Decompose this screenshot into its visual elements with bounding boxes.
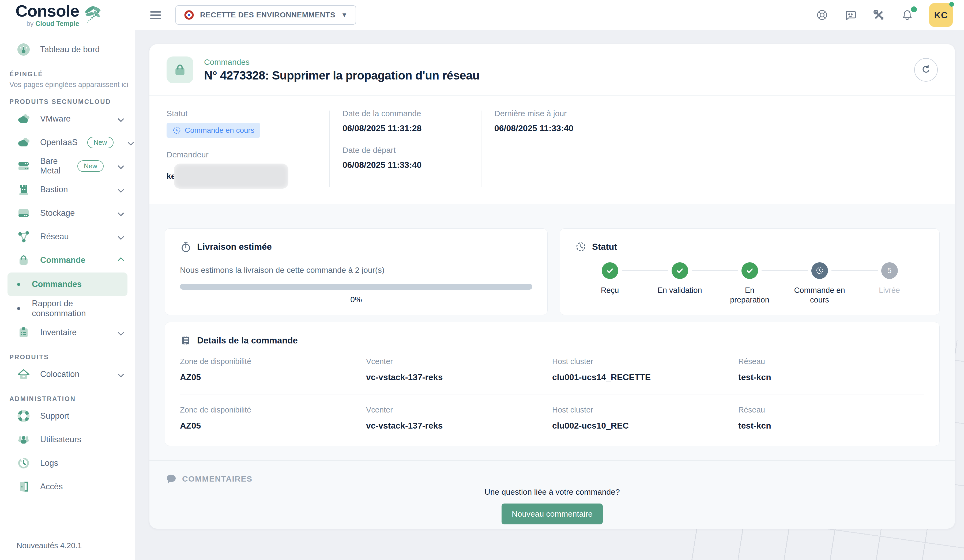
feedback-chat-icon — [844, 9, 857, 21]
cell-vcenter: Vcenter vc-vstack-137-reks — [366, 405, 552, 431]
sidebar-item-label: Tableau de bord — [40, 45, 99, 54]
gauge-icon — [16, 42, 31, 57]
delivery-card-title: Livraison estimée — [197, 242, 272, 252]
chevron-down-icon — [117, 186, 124, 193]
logo-by: by — [26, 20, 34, 27]
sidebar-item-inventaire[interactable]: Inventaire — [0, 321, 135, 344]
sidebar-item-dashboard[interactable]: Tableau de bord — [0, 38, 135, 61]
caret-down-icon: ▼ — [341, 11, 348, 19]
tools-button[interactable] — [873, 8, 885, 21]
step-commande-en-cours: Commande en cours — [785, 262, 855, 305]
redacted-value — [174, 164, 288, 189]
new-comment-button[interactable]: Nouveau commentaire — [502, 503, 603, 524]
sidebar-item-label: Réseau — [40, 232, 69, 241]
demandeur-value: ke — [166, 164, 316, 189]
sidebar-item-label: Rapport de consommation — [32, 298, 112, 318]
stepper: Reçu En validation En preparation — [575, 262, 924, 305]
sidebar-item-bastion[interactable]: Bastion — [0, 178, 135, 201]
summary-col-3: Dernière mise à jour 06/08/2025 11:33:40 — [494, 109, 938, 189]
clipboard-icon — [16, 326, 31, 339]
sidebar-item-support[interactable]: Support — [0, 404, 135, 428]
stepper-card-title: Statut — [592, 242, 617, 252]
presence-dot — [949, 2, 954, 7]
step-number: 5 — [881, 262, 898, 279]
avatar-initials: KC — [934, 10, 948, 20]
sidebar-item-commande[interactable]: Commande — [0, 248, 135, 272]
sidebar-subitem-commandes[interactable]: Commandes — [8, 272, 127, 296]
sidebar-item-vmware[interactable]: VMware — [0, 107, 135, 131]
notifications-button[interactable] — [901, 8, 914, 21]
environment-selector[interactable]: RECETTE DES ENVIRONNEMMENTS ▼ — [175, 5, 356, 24]
sidebar-item-utilisateurs[interactable]: Utilisateurs — [0, 428, 135, 451]
maj-label: Dernière mise à jour — [494, 109, 938, 118]
chevron-down-icon — [117, 116, 124, 122]
chevron-down-icon — [117, 210, 124, 216]
divider — [329, 111, 330, 187]
sidebar-item-logs[interactable]: Logs — [0, 451, 135, 475]
chevron-down-icon — [127, 139, 134, 146]
main-content: Commandes N° 4273328: Supprimer la propa… — [135, 30, 964, 560]
chevron-down-icon — [117, 329, 124, 336]
status-badge-label: Commande en cours — [185, 126, 254, 135]
details-card-title: Details de la commande — [197, 335, 298, 345]
check-icon — [602, 262, 618, 279]
whats-new-link[interactable]: Nouveautés 4.20.1 — [0, 531, 135, 560]
order-header: Commandes N° 4273328: Supprimer la propa… — [150, 44, 955, 96]
cloud-icon — [16, 112, 31, 126]
sidebar: Console by Cloud Temple — [0, 0, 135, 560]
shopping-bag-icon — [172, 62, 188, 78]
cell-reseau: Réseau test-kcn — [738, 357, 924, 382]
sidebar-item-label: Inventaire — [40, 328, 77, 337]
page-title: N° 4273328: Supprimer la propagation d'u… — [204, 69, 480, 82]
sidebar-item-label: Commandes — [32, 279, 82, 289]
sidebar-item-openiaas[interactable]: OpenIaaS New — [0, 131, 135, 154]
logo-title: Console — [16, 2, 79, 20]
help-lifebuoy-button[interactable] — [816, 8, 829, 21]
feedback-button[interactable] — [844, 8, 857, 21]
door-icon — [16, 480, 31, 493]
house-icon — [16, 367, 31, 381]
stepper-card-header: Statut — [575, 241, 924, 253]
step-label: Commande en cours — [793, 285, 847, 305]
chevron-down-icon — [117, 371, 124, 378]
cell-value: AZ05 — [180, 372, 366, 382]
chevron-down-icon — [117, 163, 124, 169]
sidebar-item-label: Utilisateurs — [40, 435, 81, 444]
table-row: Zone de disponibilité AZ05 Vcenter vc-vs… — [180, 347, 924, 395]
maj-value: 06/08/2025 11:33:40 — [494, 124, 938, 133]
sidebar-subitem-rapport-consommation[interactable]: Rapport de consommation — [8, 296, 127, 320]
avatar[interactable]: KC — [929, 3, 953, 27]
cell-host-cluster: Host cluster clu001-ucs14_RECETTE — [552, 357, 738, 382]
comments-title: COMMENTAIRES — [182, 474, 252, 483]
date-commande-label: Date de la commande — [342, 109, 468, 118]
column-label: Vcenter — [366, 405, 552, 414]
network-icon — [16, 230, 31, 244]
column-label: Host cluster — [552, 357, 738, 366]
comments-question: Une question liée à votre commande? — [484, 487, 620, 497]
clock-icon — [173, 126, 181, 135]
order-card: Commandes N° 4273328: Supprimer la propa… — [150, 44, 955, 529]
sidebar-item-acces[interactable]: Accès — [0, 475, 135, 498]
cloud-icon — [16, 135, 31, 149]
clock-icon — [811, 262, 828, 279]
topbar-actions: KC — [816, 3, 953, 27]
menu-icon[interactable] — [150, 9, 162, 21]
step-en-validation: En validation — [645, 262, 715, 305]
sidebar-item-bare-metal[interactable]: Bare Metal New — [0, 154, 135, 178]
cell-host-cluster: Host cluster clu002-ucs10_REC — [552, 405, 738, 431]
table-row: Zone de disponibilité AZ05 Vcenter vc-vs… — [180, 395, 924, 443]
sidebar-item-colocation[interactable]: Colocation — [0, 363, 135, 386]
cell-value: clu001-ucs14_RECETTE — [552, 372, 738, 382]
column-label: Host cluster — [552, 405, 738, 414]
section-secnumcloud: PRODUITS SECNUMCLOUD — [0, 98, 135, 106]
stopwatch-icon — [180, 241, 192, 253]
cell-value: vc-vstack-137-reks — [366, 421, 552, 431]
sidebar-item-stockage[interactable]: Stockage — [0, 201, 135, 225]
cell-reseau: Réseau test-kcn — [738, 405, 924, 431]
chevron-up-icon — [117, 257, 124, 264]
sidebar-item-reseau[interactable]: Réseau — [0, 225, 135, 248]
comments-section: COMMENTAIRES Une question liée à votre c… — [150, 461, 955, 524]
refresh-button[interactable] — [914, 58, 938, 81]
breadcrumb[interactable]: Commandes — [204, 57, 480, 67]
date-depart-label: Date de départ — [342, 146, 468, 155]
